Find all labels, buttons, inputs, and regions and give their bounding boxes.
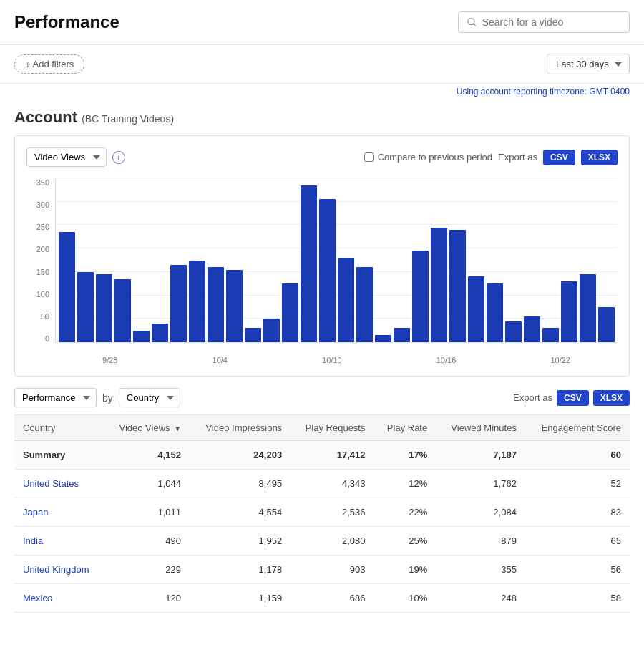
- bar[interactable]: [468, 276, 484, 342]
- summary-play-rate: 17%: [374, 441, 436, 470]
- y-axis-label: 50: [26, 312, 54, 321]
- y-axis-label: 250: [26, 223, 54, 231]
- col-video-impressions[interactable]: Video Impressions: [190, 415, 291, 441]
- bar[interactable]: [524, 316, 540, 342]
- bar[interactable]: [263, 319, 280, 342]
- country-link[interactable]: Mexico: [23, 593, 52, 603]
- bar[interactable]: [487, 283, 503, 342]
- bar[interactable]: [449, 230, 466, 342]
- country-link[interactable]: United Kingdom: [23, 564, 89, 575]
- bar[interactable]: [152, 324, 168, 342]
- chart-csv-button[interactable]: CSV: [543, 150, 575, 165]
- country-link[interactable]: United States: [23, 478, 79, 489]
- bar[interactable]: [542, 328, 559, 342]
- table-export-label: Export as: [513, 392, 552, 403]
- svg-line-1: [474, 24, 476, 26]
- row-country[interactable]: Japan: [14, 498, 104, 527]
- bar[interactable]: [598, 307, 615, 342]
- bar[interactable]: [431, 228, 447, 342]
- account-section: Account (BC Training Videos): [0, 102, 644, 127]
- by-text: by: [102, 392, 113, 404]
- row-video-impressions: 1,178: [190, 556, 291, 584]
- row-play-rate: 19%: [374, 556, 436, 584]
- date-range-select[interactable]: Last 30 days: [547, 54, 630, 74]
- row-viewed-minutes: 1,762: [436, 470, 525, 498]
- table-section: Performance by Country Export as CSV XLS…: [0, 388, 644, 613]
- country-select[interactable]: Country: [119, 388, 180, 407]
- performance-select[interactable]: Performance: [14, 388, 97, 407]
- col-country[interactable]: Country: [14, 415, 104, 441]
- bar[interactable]: [375, 335, 391, 342]
- row-engagement-score: 56: [525, 556, 630, 584]
- add-filters-button[interactable]: + Add filters: [14, 54, 84, 74]
- compare-checkbox[interactable]: [364, 152, 374, 162]
- row-play-requests: 903: [291, 556, 374, 584]
- bar[interactable]: [245, 328, 261, 342]
- row-country[interactable]: United Kingdom: [14, 556, 104, 584]
- bar[interactable]: [338, 258, 354, 342]
- sort-icon: ▼: [174, 425, 181, 432]
- bar[interactable]: [301, 185, 317, 342]
- row-country[interactable]: India: [14, 527, 104, 556]
- performance-table: Country Video Views ▼ Video Impressions …: [14, 414, 630, 613]
- y-axis-label: 0: [26, 334, 54, 343]
- table-row: India 490 1,952 2,080 25% 879 65: [14, 527, 630, 556]
- table-header: Country Video Views ▼ Video Impressions …: [14, 415, 630, 441]
- bar[interactable]: [226, 270, 243, 342]
- col-video-views[interactable]: Video Views ▼: [104, 415, 190, 441]
- x-axis-label: 10/22: [550, 356, 570, 364]
- row-play-rate: 10%: [374, 584, 436, 613]
- summary-viewed-minutes: 7,187: [436, 441, 525, 470]
- table-xlsx-button[interactable]: XLSX: [593, 390, 630, 406]
- col-play-requests[interactable]: Play Requests: [291, 415, 374, 441]
- country-link[interactable]: India: [23, 535, 43, 546]
- table-row: United States 1,044 8,495 4,343 12% 1,76…: [14, 470, 630, 498]
- search-box[interactable]: [458, 11, 630, 33]
- table-csv-button[interactable]: CSV: [557, 390, 589, 406]
- col-play-rate[interactable]: Play Rate: [374, 415, 436, 441]
- search-input[interactable]: [482, 16, 620, 28]
- metric-select[interactable]: Video Views: [26, 147, 107, 167]
- bar[interactable]: [170, 265, 187, 342]
- row-play-requests: 4,343: [291, 470, 374, 498]
- bar[interactable]: [189, 261, 205, 343]
- bar[interactable]: [59, 232, 75, 342]
- bar[interactable]: [356, 267, 373, 342]
- x-axis: 9/2810/410/1010/1610/22: [55, 344, 618, 364]
- y-axis-label: 200: [26, 245, 54, 253]
- account-title: Account (BC Training Videos): [14, 108, 630, 127]
- row-engagement-score: 83: [525, 498, 630, 527]
- table-row: United Kingdom 229 1,178 903 19% 355 56: [14, 556, 630, 584]
- row-play-rate: 25%: [374, 527, 436, 556]
- bar[interactable]: [282, 283, 298, 342]
- bar[interactable]: [412, 251, 429, 342]
- row-viewed-minutes: 879: [436, 527, 525, 556]
- bar[interactable]: [319, 199, 336, 342]
- compare-checkbox-label[interactable]: Compare to previous period: [364, 152, 492, 163]
- chart-toolbar-right: Compare to previous period Export as CSV…: [364, 150, 618, 165]
- bar[interactable]: [580, 274, 596, 342]
- page-header: Performance: [0, 0, 644, 45]
- bar[interactable]: [77, 272, 94, 342]
- col-viewed-minutes[interactable]: Viewed Minutes: [436, 415, 525, 441]
- bar[interactable]: [394, 328, 410, 342]
- bar[interactable]: [133, 331, 150, 342]
- bar[interactable]: [208, 267, 224, 342]
- chart-xlsx-button[interactable]: XLSX: [581, 150, 618, 165]
- col-engagement-score[interactable]: Engagement Score: [525, 415, 630, 441]
- info-icon[interactable]: i: [112, 151, 125, 164]
- bar[interactable]: [505, 321, 522, 342]
- bar[interactable]: [561, 281, 577, 342]
- country-link[interactable]: Japan: [23, 507, 48, 518]
- row-play-requests: 2,080: [291, 527, 374, 556]
- table-row: Japan 1,011 4,554 2,536 22% 2,084 83: [14, 498, 630, 527]
- summary-engagement-score: 60: [525, 441, 630, 470]
- row-country[interactable]: Mexico: [14, 584, 104, 613]
- filters-toolbar: + Add filters Last 30 days: [0, 45, 644, 84]
- row-engagement-score: 65: [525, 527, 630, 556]
- row-play-requests: 686: [291, 584, 374, 613]
- y-axis-label: 300: [26, 200, 54, 209]
- row-country[interactable]: United States: [14, 470, 104, 498]
- bar[interactable]: [96, 274, 112, 342]
- bar[interactable]: [114, 279, 131, 342]
